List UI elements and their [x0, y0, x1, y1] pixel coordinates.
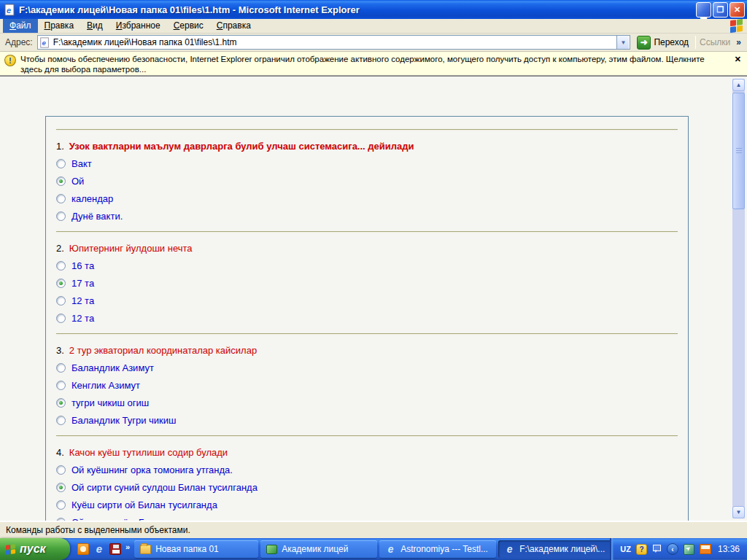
go-label: Переход — [654, 37, 689, 47]
radio-button[interactable] — [56, 296, 66, 306]
answer-option[interactable]: Ой куёшнинг орка томонига утганда. — [56, 461, 678, 478]
radio-button[interactable] — [56, 518, 66, 521]
scroll-up-button[interactable]: ▲ — [732, 79, 745, 91]
radio-button[interactable] — [56, 194, 66, 203]
answer-option[interactable]: календар — [56, 190, 678, 207]
radio-button[interactable] — [56, 465, 66, 475]
quick-launch-floppy-icon[interactable] — [109, 543, 121, 555]
quick-launch-ie-icon[interactable]: e — [93, 543, 105, 555]
answer-option[interactable]: Дунё вакти. — [56, 207, 678, 225]
answer-option[interactable]: Ой — [56, 172, 678, 190]
radio-button[interactable] — [56, 500, 66, 510]
answer-option[interactable]: 12 та — [56, 309, 678, 327]
taskbar-button-lyceum[interactable]: Академик лицей — [260, 540, 377, 558]
option-label: календар — [71, 193, 113, 204]
option-label: 12 та — [71, 295, 94, 306]
system-tray: UZ ? ‹ 13:36 — [610, 538, 747, 560]
tray-chevron-icon[interactable]: ‹ — [667, 543, 678, 555]
answer-option[interactable]: Куёш сирти ой Билан тусилганда — [56, 496, 678, 513]
start-label: пуск — [20, 542, 46, 556]
answer-option[interactable]: 16 та — [56, 257, 678, 274]
radio-button[interactable] — [56, 176, 66, 186]
clock[interactable]: 13:36 — [718, 544, 740, 554]
tray-display-icon[interactable] — [652, 545, 662, 554]
question-number: 4. — [56, 447, 64, 458]
answer-option[interactable]: Ой сирти куёш Билан тусилганда — [56, 513, 678, 521]
tray-help-icon[interactable]: ? — [636, 544, 647, 555]
quick-launch-chevron-icon[interactable]: » — [125, 542, 130, 551]
close-button[interactable]: ✕ — [729, 2, 745, 18]
security-info-bar[interactable]: ! Чтобы помочь обеспечению безопасности,… — [0, 52, 747, 76]
radio-button[interactable] — [56, 363, 66, 373]
ie-icon: e — [504, 545, 515, 554]
tray-status-icon[interactable] — [684, 544, 694, 555]
radio-button[interactable] — [56, 314, 66, 323]
scroll-down-button[interactable]: ▼ — [732, 506, 745, 518]
address-input[interactable]: e F:\академик лицей\Новая папка 01\files… — [37, 35, 631, 50]
option-label: Ой — [71, 176, 84, 187]
tray-app-icon[interactable] — [700, 544, 711, 554]
language-indicator[interactable]: UZ — [620, 545, 631, 553]
taskbar-button-current[interactable]: e F:\академик лицей\... — [498, 540, 615, 558]
answer-option[interactable]: 17 та — [56, 274, 678, 292]
go-arrow-icon: ➜ — [637, 36, 651, 50]
radio-button[interactable] — [56, 398, 66, 408]
option-label: Ой сирти куёш Билан тусилганда — [71, 517, 218, 521]
quiz-form: 1.Узок вактларни маълум даврларга булиб … — [45, 116, 689, 521]
scrollbar-grip-icon — [736, 148, 742, 154]
quick-launch-clock-icon[interactable] — [77, 543, 89, 555]
start-button[interactable]: пуск — [0, 538, 70, 560]
title-bar: e F:\академик лицей\Новая папка 01\files… — [0, 0, 747, 19]
answer-option[interactable]: Ой сирти суний сулдош Билан тусилганда — [56, 478, 678, 496]
option-label: 17 та — [71, 278, 94, 289]
radio-button[interactable] — [56, 279, 66, 288]
restore-button[interactable]: ❐ — [713, 2, 728, 18]
windows-logo-icon — [730, 19, 743, 33]
answer-option[interactable]: Кенглик Азимут — [56, 376, 678, 394]
question-title: 1.Узок вактларни маълум даврларга булиб … — [56, 140, 678, 152]
radio-button[interactable] — [56, 261, 66, 271]
radio-button[interactable] — [56, 381, 66, 390]
scrollbar-thumb[interactable] — [732, 93, 745, 209]
question-number: 1. — [56, 141, 64, 152]
option-label: Баландлик Тугри чикиш — [71, 415, 176, 426]
svg-text:e: e — [42, 39, 46, 47]
quick-launch-bar: e » — [77, 538, 134, 560]
taskbar-button-folder[interactable]: Новая папка 01 — [134, 540, 258, 558]
answer-option[interactable]: 12 та — [56, 292, 678, 309]
question-number: 3. — [56, 345, 64, 356]
taskbar: пуск e » Новая папка 01 Академик лицей e… — [0, 538, 747, 560]
menu-favorites[interactable]: Избранное — [109, 19, 167, 33]
taskbar-button-astronomiya[interactable]: e Astronomiya --- Testl... — [379, 540, 496, 558]
answer-option[interactable]: Баландлик Азимут — [56, 359, 678, 376]
option-label: Ой сирти суний сулдош Билан тусилганда — [71, 482, 258, 493]
go-button[interactable]: ➜ Переход — [634, 35, 692, 50]
radio-button[interactable] — [56, 211, 66, 221]
radio-button[interactable] — [56, 159, 66, 168]
links-chevron-icon[interactable]: » — [736, 37, 741, 47]
task-button-label: Новая папка 01 — [155, 544, 219, 554]
ie-icon: e — [385, 545, 396, 554]
answer-option[interactable]: Вакт — [56, 155, 678, 172]
radio-button[interactable] — [56, 416, 66, 425]
menu-tools[interactable]: Сервис — [167, 19, 210, 33]
window-title: F:\академик лицей\Новая папка 01\files\1… — [19, 4, 694, 15]
option-label: 12 та — [71, 313, 94, 324]
infobar-close-icon[interactable]: ✕ — [735, 55, 741, 64]
answer-option[interactable]: тугри чикиш огиш — [56, 394, 678, 411]
option-label: Ой куёшнинг орка томонига утганда. — [71, 464, 233, 475]
menu-file[interactable]: Файл — [3, 19, 38, 33]
address-dropdown-button[interactable]: ▼ — [616, 36, 629, 49]
links-label[interactable]: Ссылки — [700, 37, 730, 47]
security-message: Чтобы помочь обеспечению безопасности, I… — [20, 54, 741, 74]
radio-button[interactable] — [56, 483, 66, 492]
menu-edit[interactable]: Правка — [38, 19, 81, 33]
option-label: Кенглик Азимут — [71, 380, 140, 391]
menu-help[interactable]: Справка — [210, 19, 258, 33]
status-bar: Команды работы с выделенными объектами. — [0, 521, 747, 538]
menu-view[interactable]: Вид — [80, 19, 109, 33]
minimize-button[interactable]: ▁ — [696, 2, 711, 18]
vertical-scrollbar[interactable]: ▲ ▼ — [732, 79, 745, 518]
answer-option[interactable]: Баландлик Тугри чикиш — [56, 411, 678, 429]
security-shield-icon: ! — [4, 55, 16, 66]
